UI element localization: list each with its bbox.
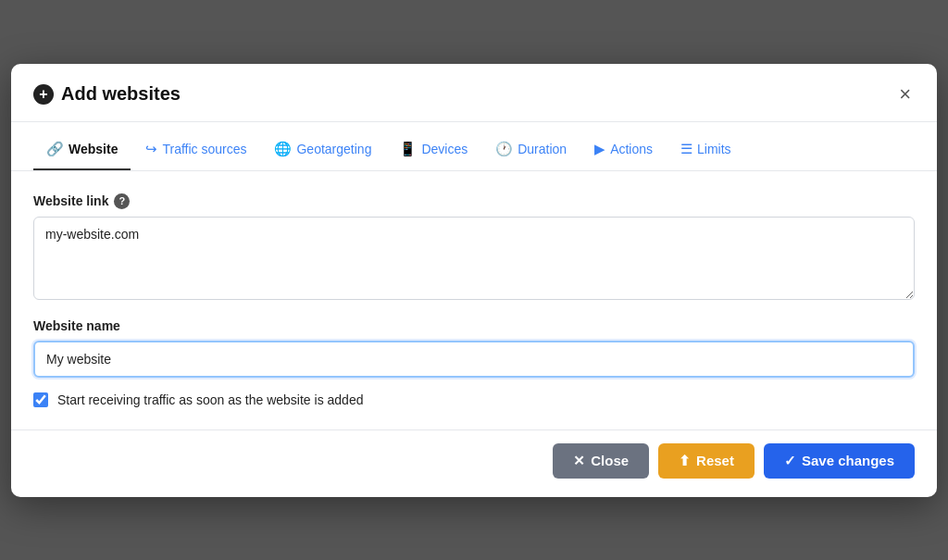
- modal-dialog: + Add websites × 🔗 Website ↪ Traffic sou…: [11, 64, 937, 497]
- actions-tab-icon: ▶: [594, 141, 605, 157]
- tab-website[interactable]: 🔗 Website: [33, 133, 131, 170]
- tab-actions[interactable]: ▶ Actions: [581, 133, 666, 170]
- close-icon-button[interactable]: ×: [895, 81, 915, 108]
- close-x-icon: ✕: [573, 453, 585, 469]
- reset-button-label: Reset: [696, 453, 734, 468]
- checkbox-row: Start receiving traffic as soon as the w…: [33, 392, 915, 407]
- modal-title: + Add websites: [33, 83, 181, 105]
- tab-devices-label: Devices: [421, 142, 468, 156]
- tab-devices[interactable]: 📱 Devices: [386, 133, 480, 170]
- tab-bar: 🔗 Website ↪ Traffic sources 🌐 Geotargeti…: [11, 122, 937, 171]
- website-link-group: Website link ? my-website.com: [33, 193, 915, 304]
- save-button-label: Save changes: [802, 453, 894, 468]
- website-name-group: Website name: [33, 318, 915, 378]
- website-tab-icon: 🔗: [46, 141, 64, 157]
- save-check-icon: ✓: [784, 453, 796, 469]
- website-link-input[interactable]: my-website.com: [33, 217, 915, 300]
- website-name-input[interactable]: [33, 341, 915, 378]
- geotargeting-tab-icon: 🌐: [274, 141, 292, 157]
- modal-footer: ✕ Close ⬆ Reset ✓ Save changes: [11, 429, 937, 497]
- traffic-sources-tab-icon: ↪: [145, 141, 157, 157]
- tab-geotargeting[interactable]: 🌐 Geotargeting: [261, 133, 384, 170]
- tab-traffic-sources[interactable]: ↪ Traffic sources: [132, 133, 259, 170]
- website-name-label: Website name: [33, 318, 915, 333]
- modal-overlay: + Add websites × 🔗 Website ↪ Traffic sou…: [0, 0, 948, 560]
- modal-body: Website link ? my-website.com Website na…: [11, 171, 937, 422]
- reset-button[interactable]: ⬆ Reset: [658, 443, 755, 479]
- tab-website-label: Website: [69, 142, 118, 156]
- tab-geotargeting-label: Geotargeting: [296, 142, 371, 156]
- tab-limits-label: Limits: [697, 142, 731, 156]
- close-icon: ×: [899, 82, 911, 106]
- reset-icon: ⬆: [679, 453, 691, 469]
- tab-duration[interactable]: 🕐 Duration: [482, 133, 580, 170]
- checkbox-label[interactable]: Start receiving traffic as soon as the w…: [57, 392, 363, 407]
- modal-title-text: Add websites: [61, 83, 181, 105]
- help-icon[interactable]: ?: [114, 193, 130, 209]
- tab-actions-label: Actions: [610, 142, 653, 156]
- limits-tab-icon: ☰: [680, 141, 692, 157]
- plus-icon: +: [33, 84, 54, 105]
- tab-duration-label: Duration: [518, 142, 567, 156]
- tab-limits[interactable]: ☰ Limits: [667, 133, 744, 170]
- devices-tab-icon: 📱: [399, 141, 417, 157]
- duration-tab-icon: 🕐: [495, 141, 513, 157]
- tab-traffic-sources-label: Traffic sources: [162, 142, 246, 156]
- website-link-label: Website link ?: [33, 193, 915, 209]
- save-button[interactable]: ✓ Save changes: [764, 443, 915, 479]
- close-button-label: Close: [591, 453, 629, 468]
- traffic-checkbox[interactable]: [33, 392, 48, 407]
- modal-header: + Add websites ×: [11, 64, 937, 122]
- close-button[interactable]: ✕ Close: [553, 443, 649, 479]
